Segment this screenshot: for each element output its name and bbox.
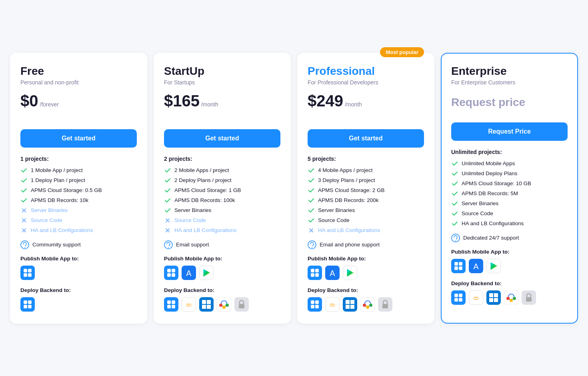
support-row: Dedicated 24/7 support [451,234,568,242]
google-play-icon [343,266,357,280]
check-icon [308,167,315,174]
appflow-icon [164,266,178,280]
support-row: Commumity support [20,240,137,249]
svg-rect-69 [459,262,462,266]
google-play-icon [486,259,501,273]
aws-icon: aws [469,290,483,305]
feature-item: HA and LB Configurations [451,220,568,227]
feature-text: 1 Deploy Plan / project [31,177,85,183]
windows-icon [486,290,501,305]
check-icon [451,200,458,207]
feature-text: APMS DB Records: 10k [31,197,88,203]
check-icon [20,187,28,194]
svg-rect-22 [167,305,171,308]
check-icon [20,197,28,204]
check-icon [451,220,458,227]
google-cloud-icon [360,297,375,312]
svg-rect-31 [217,297,231,312]
check-icon [451,210,458,217]
most-popular-badge: Most popular [380,47,424,57]
deploy-label: Deploy Backend to: [164,287,280,293]
svg-rect-84 [494,293,498,297]
check-icon [164,187,171,194]
svg-rect-29 [202,305,206,309]
feature-item: Server Binaries [164,207,280,214]
feature-item: 4 Mobile Apps / project [308,167,424,174]
windows-icon [199,297,214,312]
svg-point-67 [455,240,456,241]
plan-price-period: /month [201,101,218,108]
feature-text: HA and LB Configurations [318,227,380,233]
support-row: Email and phone support [308,240,424,249]
appflow-icon [451,259,466,273]
feature-item: Source Code [451,210,568,217]
svg-rect-65 [382,304,388,308]
svg-rect-54 [343,297,357,312]
support-text: Dedicated 24/7 support [463,235,519,241]
publish-label: Publish Mobile App to: [308,256,424,262]
plan-card-startup: StartUpFor Startups$165/monthGet started… [154,53,291,324]
check-icon [164,167,171,174]
deploy-icons: aws [164,297,280,312]
feature-text: HA and LB Configurations [174,227,236,233]
svg-rect-79 [459,298,462,302]
projects-label: 2 projects: [164,156,280,162]
feature-text: Unlimited Mobile Apps [462,160,515,166]
publish-label: Publish Mobile App to: [20,256,137,262]
svg-point-62 [369,304,372,307]
plan-name: StartUp [164,65,280,78]
cta-button-enterprise[interactable]: Request Price [451,122,568,141]
svg-rect-85 [489,298,493,302]
plan-price-row: $165/month [164,92,280,110]
feature-item: HA and LB Configurations [164,227,280,234]
google-play-icon [199,266,214,280]
svg-rect-49 [315,300,319,304]
feature-item: 2 Deploy Plans / project [164,177,280,184]
svg-rect-15 [172,273,175,277]
plan-subtitle: For Professional Developers [308,79,424,86]
svg-rect-93 [526,297,532,302]
x-icon [20,217,28,224]
svg-rect-43 [315,273,319,277]
support-text: Email support [176,242,209,248]
plan-price-amount: $165 [164,92,200,110]
feature-text: APMS Cloud Storage: 2 GB [318,187,385,193]
google-cloud-icon [504,290,518,305]
svg-rect-41 [315,269,319,272]
cta-button-startup[interactable]: Get started [164,129,280,148]
check-icon [164,207,171,214]
plan-price-amount: $0 [20,92,38,110]
deploy-label: Deploy Backend to: [308,287,424,293]
plan-price-period: /forever [40,101,59,108]
support-text: Email and phone support [320,242,380,248]
appflow-icon [308,266,322,280]
projects-label: Unlimited projects: [451,149,568,155]
feature-text: APMS Cloud Storage: 1 GB [174,187,241,193]
feature-list: 1 Mobile App / project 1 Deploy Plan / p… [20,167,137,234]
deploy-icons: aws [308,297,424,312]
check-icon [451,190,458,197]
feature-item: 2 Mobile Apps / project [164,167,280,174]
cta-button-free[interactable]: Get started [20,129,137,148]
support-icon [164,240,173,249]
feature-text: Source Code [318,217,350,223]
svg-rect-55 [346,300,350,304]
svg-rect-48 [311,300,314,304]
feature-item: Server Binaries [308,207,424,214]
svg-rect-78 [454,298,458,302]
feature-text: Server Binaries [174,207,211,213]
svg-rect-57 [346,305,350,309]
feature-item: APMS Cloud Storage: 2 GB [308,187,424,194]
svg-point-91 [510,299,513,302]
feature-item: 1 Deploy Plan / project [20,177,137,184]
feature-text: 2 Deploy Plans / project [174,177,232,183]
svg-rect-50 [311,305,314,308]
svg-rect-8 [24,305,27,308]
cta-button-professional[interactable]: Get started [308,129,424,148]
x-icon [308,227,315,234]
publish-icons [20,266,137,280]
appflow-icon [308,297,322,312]
svg-rect-5 [28,273,32,277]
apple-appstore-icon: A [182,266,196,280]
feature-text: 1 Mobile App / project [31,167,83,173]
